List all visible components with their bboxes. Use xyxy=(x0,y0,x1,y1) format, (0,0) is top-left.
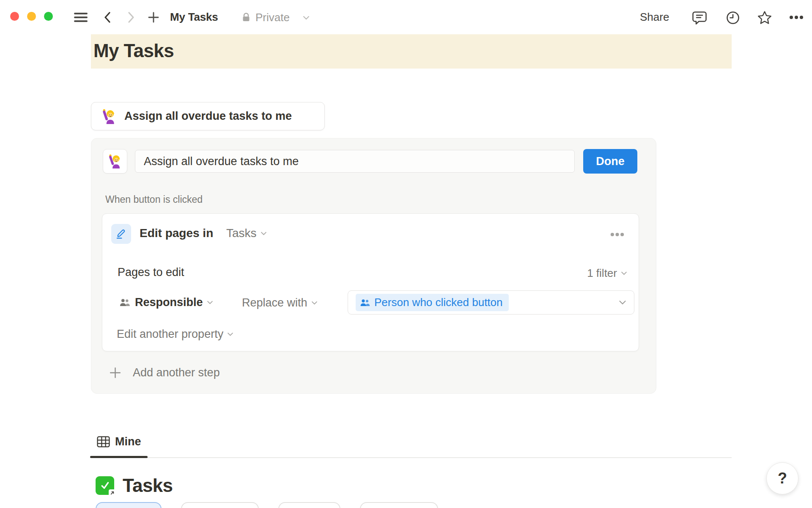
new-page-button[interactable] xyxy=(148,11,159,23)
button-name-input[interactable] xyxy=(135,150,575,173)
chevron-down-icon xyxy=(311,301,318,305)
active-tab-underline xyxy=(90,456,148,458)
page-banner: My Tasks xyxy=(91,34,732,69)
target-database-label: Tasks xyxy=(226,226,257,240)
window-zoom-button[interactable] xyxy=(44,12,53,21)
property-name: Responsible xyxy=(135,296,203,309)
share-button[interactable]: Share xyxy=(640,11,669,24)
database-title: Tasks xyxy=(123,475,173,496)
chevron-right-icon xyxy=(126,11,136,23)
breadcrumb-page-title[interactable]: My Tasks xyxy=(170,11,218,24)
emoji-picker-button[interactable] xyxy=(103,149,127,174)
help-button[interactable]: ? xyxy=(766,462,798,494)
add-step-button[interactable]: Add another step xyxy=(109,366,220,379)
filter-dropdown[interactable]: 1 filter xyxy=(587,267,627,280)
chevron-left-icon xyxy=(103,11,112,23)
automation-button-label: Assign all overdue tasks to me xyxy=(124,110,292,123)
people-icon xyxy=(360,299,370,306)
ellipsis-icon xyxy=(789,15,804,19)
window-close-button[interactable] xyxy=(10,12,19,21)
back-button[interactable] xyxy=(103,11,112,23)
property-dropdown[interactable]: Responsible xyxy=(135,296,213,309)
plus-icon xyxy=(148,11,159,23)
chevron-down-icon xyxy=(261,232,267,235)
lock-icon xyxy=(242,12,250,22)
pages-to-edit-label: Pages to edit xyxy=(118,266,184,279)
comment-icon xyxy=(692,11,707,25)
person-chip: Person who clicked button xyxy=(356,294,509,311)
chevron-down-icon xyxy=(303,16,310,20)
filter-pill[interactable] xyxy=(278,502,340,508)
edit-another-property-label: Edit another property xyxy=(117,328,223,341)
star-icon xyxy=(757,10,772,25)
chevron-down-icon xyxy=(621,271,627,275)
automation-step-card: Edit pages in Tasks Pages to edit 1 filt… xyxy=(102,213,639,351)
edit-another-property-dropdown[interactable]: Edit another property xyxy=(117,328,233,341)
hamburger-icon xyxy=(74,11,88,23)
add-step-label: Add another step xyxy=(133,366,220,379)
chevron-down-icon xyxy=(227,332,233,336)
done-button[interactable]: Done xyxy=(583,149,637,174)
favorite-button[interactable] xyxy=(757,10,772,25)
button-editor-panel: Done When button is clicked Edit pages i… xyxy=(91,138,656,394)
edit-pages-step-tile xyxy=(111,224,131,244)
woman-raising-hand-emoji xyxy=(108,154,122,168)
step-more-button[interactable] xyxy=(610,232,624,237)
filter-summary: 1 filter xyxy=(587,267,617,280)
updates-button[interactable] xyxy=(726,11,740,25)
person-chip-label: Person who clicked button xyxy=(374,296,503,309)
sidebar-toggle-button[interactable] xyxy=(74,11,88,23)
filter-pill[interactable] xyxy=(96,502,162,508)
table-icon xyxy=(97,436,110,447)
operation-dropdown[interactable]: Replace with xyxy=(242,296,318,309)
clock-icon xyxy=(726,11,740,25)
view-tab-mine[interactable]: Mine xyxy=(97,435,141,448)
trigger-label: When button is clicked xyxy=(105,194,203,205)
chevron-down-icon xyxy=(619,300,626,305)
view-tab-label: Mine xyxy=(115,435,141,448)
comments-button[interactable] xyxy=(692,11,707,25)
check-mark-emoji xyxy=(96,476,114,495)
linked-database-arrow-icon xyxy=(109,489,116,497)
filter-pill[interactable] xyxy=(360,502,438,508)
filter-pill[interactable] xyxy=(181,502,259,508)
operation-label: Replace with xyxy=(242,296,307,309)
plus-icon xyxy=(109,366,122,379)
pencil-icon xyxy=(115,228,127,240)
more-button[interactable] xyxy=(789,15,804,19)
ellipsis-icon xyxy=(610,232,624,237)
chevron-down-icon xyxy=(207,301,213,304)
forward-button[interactable] xyxy=(126,11,136,23)
section-divider xyxy=(91,457,732,458)
topbar: My Tasks Private Share xyxy=(0,0,812,34)
woman-raising-hand-emoji xyxy=(102,109,117,124)
database-title-block[interactable]: Tasks xyxy=(96,475,173,496)
value-select[interactable]: Person who clicked button xyxy=(348,290,634,315)
privacy-dropdown[interactable]: Private xyxy=(255,11,290,24)
page-title[interactable]: My Tasks xyxy=(93,40,174,61)
people-icon xyxy=(119,298,130,306)
step-action-label: Edit pages in xyxy=(140,226,213,240)
window-minimize-button[interactable] xyxy=(27,12,36,21)
target-database-dropdown[interactable]: Tasks xyxy=(226,226,267,240)
automation-button[interactable]: Assign all overdue tasks to me xyxy=(91,102,325,130)
